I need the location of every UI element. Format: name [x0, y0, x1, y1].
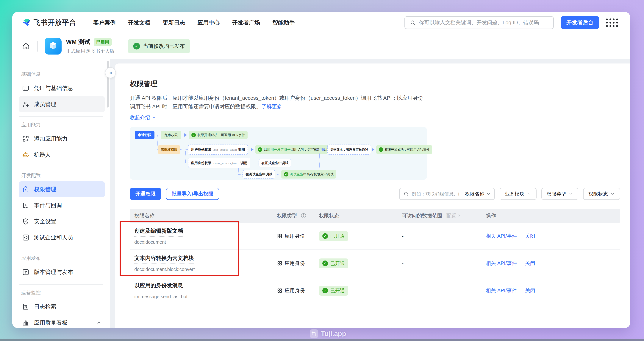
flow-apply-box: 申请权限: [135, 131, 154, 139]
sidebar-item-label: 日志检索: [34, 303, 56, 310]
flow-connector: [320, 150, 320, 170]
related-api-link[interactable]: 相关 API/事件: [486, 260, 517, 267]
app-identity-grid-icon: [277, 288, 282, 293]
watermark: Tuji.app: [310, 329, 346, 338]
flow-connector: [294, 163, 320, 163]
divider: [19, 116, 103, 117]
sidebar-item-quality-dashboard[interactable]: 应用质量看板: [19, 315, 105, 328]
batch-import-export-button[interactable]: 批量导入/导出权限: [166, 188, 219, 200]
flow-formal-debug-box: 在正式企业中调试: [258, 159, 292, 167]
related-api-link[interactable]: 相关 API/事件: [486, 233, 517, 239]
member-add-icon: [22, 101, 30, 108]
search-icon: [410, 20, 416, 26]
sidebar-collapse-button[interactable]: «: [105, 67, 116, 78]
close-permission-link[interactable]: 关闭: [525, 260, 535, 267]
nav-item-customer-cases[interactable]: 客户案例: [93, 19, 116, 27]
filter-business-module[interactable]: 业务模块: [500, 188, 536, 200]
publish-status-text: 当前修改均已发布: [143, 43, 185, 50]
flow-submit-version-box: 提交版本，管理员审核通过: [327, 145, 371, 155]
configure-link[interactable]: 配置: [446, 212, 461, 219]
permission-name[interactable]: 创建及编辑新版文档: [134, 227, 183, 237]
collapse-intro-link[interactable]: 收起介绍: [130, 114, 157, 121]
permission-code: docx:document: [134, 239, 277, 245]
filter-permission-status[interactable]: 权限状态: [583, 188, 620, 200]
check-circle-icon: ✓: [322, 233, 328, 239]
global-search-input[interactable]: [419, 20, 548, 26]
sidebar-item-events[interactable]: 事件与回调: [19, 197, 105, 213]
nav-item-changelog[interactable]: 更新日志: [163, 19, 185, 27]
nav-item-dev-square[interactable]: 开发者广场: [232, 19, 260, 27]
description-line1: 开通 API 权限后，应用才能以应用身份（tenant_access_token…: [130, 94, 578, 102]
data-scope-value: -: [402, 288, 404, 293]
close-permission-link[interactable]: 关闭: [525, 287, 535, 294]
check-circle-icon: ✓: [379, 147, 383, 152]
brand[interactable]: 飞书开放平台: [22, 18, 76, 27]
permission-table: 权限名称 权限类型 ? 权限状态 可访问的数据范围 配置: [130, 209, 620, 304]
code-circle-icon: </>: [258, 147, 262, 152]
sidebar-item-label: 安全设置: [34, 218, 56, 225]
permission-name[interactable]: 文本内容转换为云文档块: [134, 254, 194, 264]
flow-test-debug-box: 在测试企业中调试: [242, 170, 275, 179]
browser-window: 飞书开放平台 客户案例 开发文档 更新日志 应用中心 开发者广场 智能助手 开发…: [12, 12, 630, 328]
sidebar-item-version-release[interactable]: 版本管理与发布: [19, 264, 105, 280]
app-identity-grid-icon: [277, 260, 282, 266]
related-api-link[interactable]: 相关 API/事件: [486, 287, 517, 294]
sidebar-item-credentials[interactable]: 凭证与基础信息: [19, 80, 105, 96]
permission-code: im:message:send_as_bot: [134, 294, 277, 299]
table-header: 权限名称 权限类型 ? 权限状态 可访问的数据范围 配置: [130, 209, 620, 223]
flow-connector: [185, 163, 188, 163]
sidebar-item-members[interactable]: 成员管理: [19, 96, 105, 112]
flow-no-review-box: 免审权限: [161, 131, 181, 139]
check-circle-icon: ✓: [192, 133, 196, 137]
close-permission-link[interactable]: 关闭: [525, 233, 535, 239]
flow-connector: [158, 135, 158, 150]
filter-permission-type[interactable]: 权限类型: [542, 188, 578, 200]
check-circle-icon: ✓: [322, 288, 328, 293]
chevron-down-icon: [486, 192, 491, 196]
nav-item-assistant[interactable]: 智能助手: [272, 19, 295, 27]
flow-need-review-box: 需审核权限: [158, 145, 180, 154]
sidebar-item-bot[interactable]: 机器人: [19, 147, 105, 163]
permission-type: 应用身份: [285, 233, 305, 239]
sidebar-item-log-search[interactable]: 日志检索: [19, 299, 105, 315]
permission-search-input[interactable]: [412, 191, 459, 197]
sidebar-item-add-capability[interactable]: 添加应用能力: [19, 131, 105, 147]
sidebar-item-test-org[interactable]: 测试企业和人员: [19, 229, 105, 246]
sidebar: 基础信息 凭证与基础信息 成员管理 应用能力: [12, 59, 110, 328]
publish-icon: [22, 268, 30, 276]
nav-item-dev-docs[interactable]: 开发文档: [128, 19, 150, 27]
table-row: 以应用的身份发消息 im:message:send_as_bot 应用身份: [130, 277, 620, 304]
permission-code: docx:document.block:convert: [134, 267, 277, 272]
sidebar-section-basic: 基础信息: [21, 71, 105, 78]
id-card-icon: [22, 84, 30, 92]
global-search-box[interactable]: [404, 16, 554, 29]
apps-grid-icon[interactable]: [606, 19, 618, 27]
home-icon[interactable]: [22, 42, 30, 51]
sidebar-item-permissions[interactable]: 权限管理: [19, 181, 105, 197]
open-permission-button[interactable]: 开通权限: [130, 188, 161, 200]
code-circle-icon: </>: [284, 172, 288, 176]
header-actions: 操作: [486, 212, 620, 219]
chevron-up-icon[interactable]: [96, 320, 102, 325]
chevron-down-icon: [610, 192, 615, 196]
permission-name[interactable]: 以应用的身份发消息: [134, 282, 183, 291]
learn-more-link[interactable]: 了解更多: [261, 104, 282, 109]
filter-permission-name[interactable]: 权限名称: [465, 191, 491, 197]
nav-item-app-center[interactable]: 应用中心: [198, 19, 220, 27]
help-question-icon[interactable]: ?: [301, 213, 306, 218]
sidebar-item-label: 测试企业和人员: [34, 234, 73, 241]
watermark-text: Tuji.app: [321, 330, 346, 338]
permission-search-box[interactable]: 权限名称: [399, 188, 495, 200]
status-badge: ✓ 已开通: [319, 258, 348, 268]
top-nav: 飞书开放平台 客户案例 开发文档 更新日志 应用中心 开发者广场 智能助手 开发…: [12, 12, 630, 33]
sidebar-item-label: 版本管理与发布: [34, 268, 73, 276]
check-circle-icon: ✓: [133, 43, 140, 50]
app-bar: WM 测试 已启用 正式应用@飞书个人版 ✓ 当前修改均已发布: [12, 33, 630, 59]
search-icon: [403, 191, 409, 197]
divider: [37, 41, 38, 52]
sidebar-item-label: 权限管理: [34, 186, 56, 193]
flow-connector: [253, 163, 258, 163]
flow-connector: [277, 174, 281, 175]
developer-console-button[interactable]: 开发者后台: [561, 16, 599, 29]
sidebar-item-security[interactable]: 安全设置: [19, 213, 105, 229]
